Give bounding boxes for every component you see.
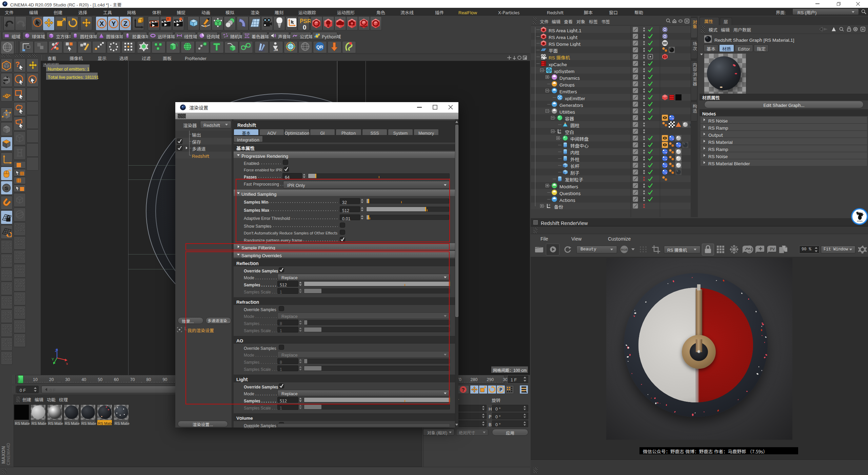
- svg-text:S: S: [5, 184, 8, 191]
- svg-text:0: 0: [549, 203, 550, 207]
- svg-text:QR: QR: [316, 43, 323, 50]
- svg-text:RGB: RGB: [621, 247, 628, 252]
- svg-text:P: P: [499, 386, 502, 393]
- svg-text:0: 0: [559, 128, 561, 132]
- svg-text:.fx: .fx: [274, 46, 278, 52]
- svg-text:X: X: [100, 18, 104, 27]
- svg-text:X: X: [66, 361, 68, 365]
- svg-text:Y: Y: [112, 18, 116, 27]
- svg-text:Z: Z: [55, 348, 57, 353]
- svg-text:Y: Y: [52, 356, 54, 362]
- svg-text:PV: PV: [770, 246, 775, 251]
- svg-text:?: ?: [461, 386, 465, 393]
- svg-text:STAG: STAG: [857, 220, 863, 223]
- svg-text:Z: Z: [123, 18, 127, 27]
